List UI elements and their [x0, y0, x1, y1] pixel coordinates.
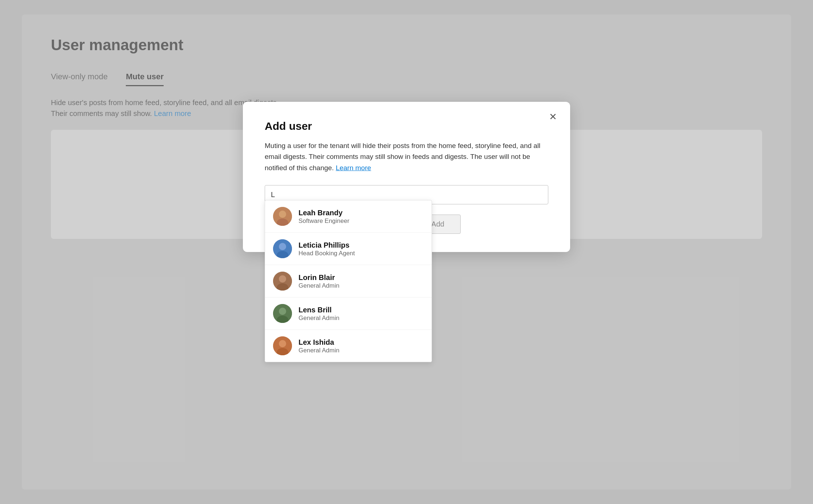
svg-point-1	[279, 211, 286, 218]
modal-close-button[interactable]: ✕	[546, 111, 560, 123]
list-item[interactable]: Lorin Blair General Admin	[265, 265, 432, 297]
modal-overlay: ✕ Add user Muting a user for the tenant …	[0, 0, 813, 504]
avatar	[273, 336, 292, 355]
avatar	[273, 207, 292, 226]
add-user-modal: ✕ Add user Muting a user for the tenant …	[243, 102, 570, 252]
svg-point-7	[279, 275, 286, 283]
user-info: Leticia Phillips Head Booking Agent	[299, 240, 355, 257]
modal-title: Add user	[265, 120, 548, 132]
svg-point-10	[279, 308, 286, 315]
list-item[interactable]: Leticia Phillips Head Booking Agent	[265, 233, 432, 265]
list-item[interactable]: Lex Ishida General Admin	[265, 330, 432, 362]
svg-point-4	[279, 243, 286, 250]
modal-learn-more-link[interactable]: Learn more	[336, 164, 371, 172]
user-dropdown: Leah Brandy Software Engineer Leticia Ph…	[265, 200, 432, 362]
avatar	[273, 239, 292, 258]
svg-point-13	[279, 340, 286, 347]
user-info: Lorin Blair General Admin	[299, 273, 339, 289]
user-info: Lens Brill General Admin	[299, 305, 339, 322]
search-wrapper: Leah Brandy Software Engineer Leticia Ph…	[265, 185, 548, 204]
modal-description: Muting a user for the tenant will hide t…	[265, 140, 548, 173]
avatar	[273, 272, 292, 291]
list-item[interactable]: Leah Brandy Software Engineer	[265, 200, 432, 233]
user-info: Lex Ishida General Admin	[299, 337, 339, 354]
list-item[interactable]: Lens Brill General Admin	[265, 297, 432, 330]
avatar	[273, 304, 292, 323]
user-info: Leah Brandy Software Engineer	[299, 208, 349, 225]
